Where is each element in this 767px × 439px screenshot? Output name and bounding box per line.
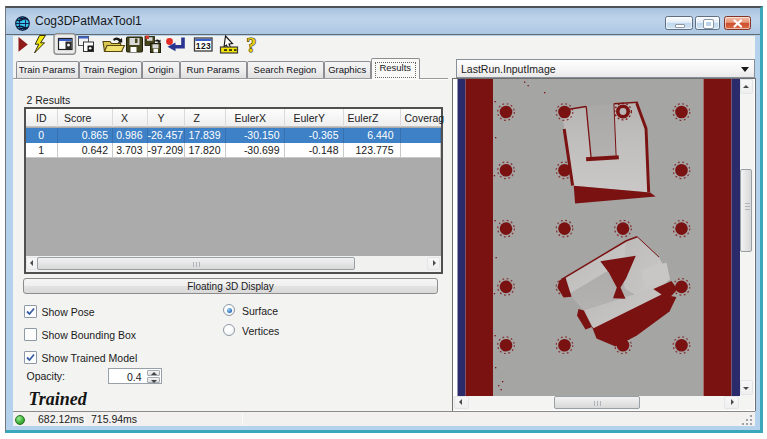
svg-text:?: ? [247,34,257,56]
svg-text:123: 123 [196,41,212,51]
